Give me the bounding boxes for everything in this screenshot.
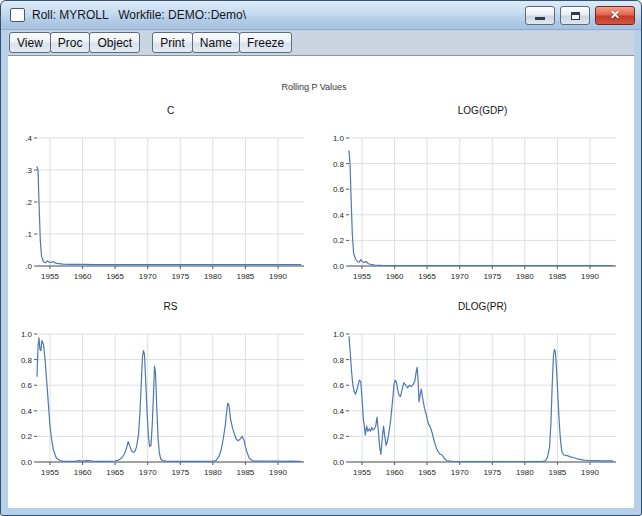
svg-text:0.6: 0.6 [21, 381, 33, 390]
svg-text:1955: 1955 [353, 272, 371, 281]
print-button[interactable]: Print [152, 32, 193, 53]
close-icon: ✕ [610, 8, 620, 22]
svg-text:0.8: 0.8 [333, 160, 345, 169]
close-button[interactable]: ✕ [595, 6, 635, 25]
svg-text:1985: 1985 [237, 468, 255, 477]
svg-text:1975: 1975 [483, 272, 501, 281]
svg-text:.0: .0 [25, 262, 32, 271]
svg-text:1970: 1970 [139, 272, 157, 281]
caption-buttons: ✕ [525, 6, 635, 25]
svg-text:1980: 1980 [516, 468, 534, 477]
svg-text:1970: 1970 [451, 468, 469, 477]
svg-text:1980: 1980 [204, 272, 222, 281]
svg-text:RS: RS [164, 301, 178, 312]
svg-text:0.4: 0.4 [333, 407, 345, 416]
title-bar[interactable]: Roll: MYROLL Workfile: DEMO::Demo\ ✕ [1, 1, 641, 30]
svg-text:1.0: 1.0 [333, 330, 345, 339]
minimize-button[interactable] [525, 6, 555, 25]
proc-button[interactable]: Proc [50, 32, 91, 53]
svg-text:1965: 1965 [106, 468, 124, 477]
svg-text:1975: 1975 [171, 468, 189, 477]
svg-text:LOG(GDP): LOG(GDP) [458, 105, 507, 116]
svg-text:1990: 1990 [269, 468, 287, 477]
svg-text:0.8: 0.8 [333, 356, 345, 365]
svg-text:0.6: 0.6 [333, 185, 345, 194]
toolbar: View Proc Object Print Name Freeze [8, 31, 634, 56]
chart-log-gdp: 0.00.20.40.60.81.01955196019651970197519… [320, 98, 620, 290]
svg-text:.3: .3 [25, 166, 32, 175]
svg-text:1990: 1990 [269, 272, 287, 281]
svg-text:1965: 1965 [418, 468, 436, 477]
svg-text:0.0: 0.0 [333, 458, 345, 467]
svg-text:0.2: 0.2 [333, 236, 345, 245]
svg-text:0.4: 0.4 [21, 407, 33, 416]
svg-text:1960: 1960 [74, 468, 92, 477]
svg-text:1965: 1965 [106, 272, 124, 281]
svg-text:1990: 1990 [581, 468, 599, 477]
svg-text:0.2: 0.2 [333, 432, 345, 441]
chart-rs: 0.00.20.40.60.81.01955196019651970197519… [8, 294, 308, 486]
svg-text:1985: 1985 [549, 468, 567, 477]
object-square-icon[interactable] [10, 8, 25, 22]
svg-text:1980: 1980 [516, 272, 534, 281]
svg-text:1955: 1955 [41, 468, 59, 477]
restore-icon [571, 12, 580, 20]
chart-dlog-pr: 0.00.20.40.60.81.01955196019651970197519… [320, 294, 620, 486]
svg-text:0.0: 0.0 [21, 458, 33, 467]
svg-text:.1: .1 [25, 230, 32, 239]
svg-text:.2: .2 [25, 198, 32, 207]
svg-text:1975: 1975 [171, 272, 189, 281]
svg-text:0.2: 0.2 [21, 432, 33, 441]
freeze-button[interactable]: Freeze [239, 32, 292, 53]
svg-text:.4: .4 [25, 134, 32, 143]
svg-text:1960: 1960 [386, 272, 404, 281]
svg-text:0.6: 0.6 [333, 381, 345, 390]
svg-text:0.0: 0.0 [333, 262, 345, 271]
svg-text:1990: 1990 [581, 272, 599, 281]
graph-view: Rolling P Values .0.1.2.3.41955196019651… [8, 56, 634, 507]
svg-text:1965: 1965 [418, 272, 436, 281]
view-button[interactable]: View [9, 32, 51, 53]
chart-c: .0.1.2.3.4195519601965197019751980198519… [8, 98, 308, 290]
client-area: View Proc Object Print Name Freeze Rolli… [8, 31, 634, 508]
svg-text:1980: 1980 [204, 468, 222, 477]
svg-text:1985: 1985 [549, 272, 567, 281]
object-button[interactable]: Object [89, 32, 140, 53]
svg-text:C: C [167, 105, 174, 116]
svg-text:0.4: 0.4 [333, 211, 345, 220]
svg-text:DLOG(PR): DLOG(PR) [458, 301, 507, 312]
svg-text:0.8: 0.8 [21, 356, 33, 365]
graph-main-title: Rolling P Values [8, 82, 620, 92]
svg-text:1.0: 1.0 [333, 134, 345, 143]
name-button[interactable]: Name [192, 32, 240, 53]
minimize-icon [535, 17, 545, 20]
restore-button[interactable] [560, 6, 590, 25]
window-title: Roll: MYROLL Workfile: DEMO::Demo\ [32, 8, 525, 22]
svg-text:1955: 1955 [41, 272, 59, 281]
svg-text:1985: 1985 [237, 272, 255, 281]
svg-text:1960: 1960 [74, 272, 92, 281]
svg-text:1970: 1970 [139, 468, 157, 477]
svg-text:1975: 1975 [483, 468, 501, 477]
eviews-roll-window: Roll: MYROLL Workfile: DEMO::Demo\ ✕ Vie… [0, 0, 642, 516]
svg-text:1.0: 1.0 [21, 330, 33, 339]
svg-text:1970: 1970 [451, 272, 469, 281]
svg-text:1955: 1955 [353, 468, 371, 477]
svg-text:1960: 1960 [386, 468, 404, 477]
